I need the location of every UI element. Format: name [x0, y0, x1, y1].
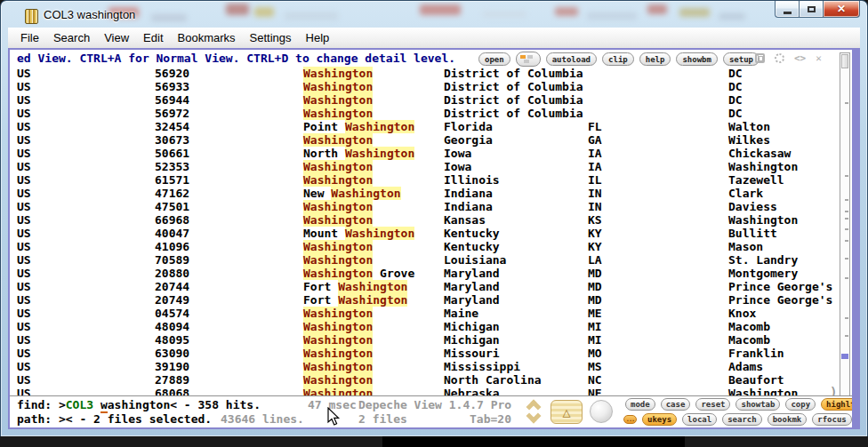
minimize-button[interactable]: [775, 1, 799, 18]
up-down-chevrons-icon[interactable]: [524, 401, 547, 424]
table-row[interactable]: US 48094 Washington Michigan MI Macomb: [10, 320, 838, 333]
open-button[interactable]: open: [478, 52, 510, 66]
search-button[interactable]: search: [722, 413, 762, 426]
bookmk-button[interactable]: bookmk: [768, 413, 808, 426]
table-row[interactable]: US 41096 Washington Kentucky KY Mason: [10, 240, 838, 253]
find-cursor-char: w: [100, 398, 108, 413]
menu-edit[interactable]: Edit: [136, 31, 170, 44]
table-row[interactable]: US 70589 Washington Louisiana LA St. Lan…: [10, 253, 838, 267]
menu-search[interactable]: Search: [46, 31, 97, 44]
help-button[interactable]: help: [639, 52, 671, 66]
copy-button[interactable]: copy: [785, 398, 816, 411]
cell-country: US: [17, 320, 31, 333]
table-row[interactable]: US 39190 Washington Mississippi MS Adams: [10, 360, 838, 373]
cell-zip: 48094: [155, 320, 189, 333]
maximize-button[interactable]: [799, 1, 824, 18]
table-row[interactable]: US 61571 Washington Illinois IL Tazewell: [10, 173, 838, 187]
search-hit-highlight: Washington: [303, 160, 373, 173]
cell-county: Walton: [728, 120, 770, 133]
scrollbar-hit-tick: [845, 102, 848, 104]
table-row[interactable]: US 56933 Washington District of Columbia…: [10, 80, 838, 93]
showtab-button[interactable]: showtab: [735, 398, 780, 411]
ukeys-button[interactable]: ukeys: [642, 413, 677, 426]
local-button[interactable]: local: [682, 413, 717, 426]
cell-zip: 47501: [155, 200, 189, 213]
table-row[interactable]: US 47501 Washington Indiana IN Daviess: [10, 200, 838, 213]
mode-button[interactable]: mode: [625, 398, 655, 411]
table-row[interactable]: US 66968 Washington Kansas KS Washington: [10, 213, 838, 227]
reset-button[interactable]: reset: [695, 398, 730, 411]
cell-city: Mount Washington: [303, 227, 414, 240]
maximize-icon: [808, 6, 816, 12]
table-row[interactable]: US 50661 North Washington Iowa IA Chicka…: [10, 147, 838, 160]
cell-state-abbr: MD: [588, 267, 602, 280]
table-row[interactable]: US 56972 Washington District of Columbia…: [10, 107, 838, 120]
cell-state-abbr: KY: [588, 227, 602, 240]
speech-bubble-icon[interactable]: ...: [623, 415, 637, 424]
table-row[interactable]: US 30673 Washington Georgia GA Wilkes: [10, 133, 838, 147]
cell-country: US: [17, 373, 31, 387]
cell-city: Fort Washington: [303, 280, 407, 293]
close-button[interactable]: ✕: [824, 1, 860, 18]
table-row[interactable]: US 52353 Washington Iowa IA Washington: [10, 160, 838, 173]
cell-state: Louisiana: [444, 253, 506, 267]
case-button[interactable]: case: [661, 398, 691, 411]
table-row[interactable]: US 47162 New Washington Indiana IN Clark: [10, 187, 838, 200]
rfocus-button[interactable]: rfocus: [812, 413, 852, 426]
table-row[interactable]: US 40047 Mount Washington Kentucky KY Bu…: [10, 227, 838, 240]
find-term-col3: COL3: [66, 398, 93, 411]
cell-state-abbr: IL: [588, 173, 602, 187]
cell-city: Washington: [303, 200, 373, 213]
table-row[interactable]: US 56944 Washington District of Columbia…: [10, 93, 838, 107]
autoload-button[interactable]: autoload: [546, 52, 597, 66]
cell-state-abbr: IA: [588, 160, 602, 173]
frame-icon[interactable]: [755, 53, 765, 63]
cell-county: Prince George's: [728, 280, 832, 293]
table-row[interactable]: US 32454 Point Washington Florida FL Wal…: [10, 120, 838, 133]
setup-button[interactable]: setup: [723, 52, 760, 66]
cell-county: Montgomery: [728, 267, 798, 280]
vertical-scrollbar[interactable]: [840, 52, 850, 398]
sphere-button[interactable]: [590, 400, 613, 423]
showbm-button[interactable]: showbm: [676, 52, 718, 66]
scrollbar-hit-tick: [845, 199, 848, 201]
status-buttons-row2: ... ukeyslocalsearchbookmkrfocus: [623, 413, 852, 426]
cell-county: Washington: [728, 160, 798, 173]
cell-state-abbr: MD: [588, 280, 602, 293]
menu-view[interactable]: View: [97, 31, 136, 44]
code-brackets-icon[interactable]: <>: [794, 52, 806, 64]
highlt-button[interactable]: highlt: [821, 398, 860, 411]
scrollbar-thumb[interactable]: [841, 54, 848, 68]
menu-file[interactable]: File: [13, 31, 46, 44]
search-hit-highlight: Washington: [303, 320, 373, 333]
reload-dotted-icon[interactable]: [775, 53, 784, 63]
table-row[interactable]: US 63090 Washington Missouri MO Franklin: [10, 347, 838, 360]
table-row[interactable]: US 20744 Fort Washington Maryland MD Pri…: [10, 280, 838, 293]
cell-zip: 04574: [155, 307, 189, 320]
menu-settings[interactable]: Settings: [243, 31, 299, 44]
table-row[interactable]: US 20749 Fort Washington Maryland MD Pri…: [10, 293, 838, 307]
cell-city: Washington: [303, 80, 373, 93]
title-bar[interactable]: COL3 washington: [2, 2, 866, 28]
data-rows: US 56920 Washington District of Columbia…: [10, 67, 838, 400]
dismiss-icon[interactable]: ✕: [816, 52, 822, 64]
pyramid-button[interactable]: △: [551, 400, 583, 424]
table-row[interactable]: US 48095 Washington Michigan MI Macomb: [10, 333, 838, 347]
table-row[interactable]: US 56920 Washington District of Columbia…: [10, 67, 838, 80]
cell-city: Washington: [303, 333, 373, 347]
cell-county: Beaufort: [728, 373, 784, 387]
menu-help[interactable]: Help: [299, 31, 337, 44]
menu-bookmarks[interactable]: Bookmarks: [171, 31, 243, 44]
table-row[interactable]: US 27889 Washington North Carolina NC Be…: [10, 373, 838, 387]
cell-country: US: [17, 160, 31, 173]
table-row[interactable]: US 04574 Washington Maine ME Knox: [10, 307, 838, 320]
search-hit-highlight: Washington: [303, 80, 373, 93]
cell-city: New Washington: [303, 187, 401, 200]
cell-state: Iowa: [444, 147, 471, 160]
cell-state: North Carolina: [444, 373, 542, 387]
clip-button[interactable]: clip: [602, 52, 634, 66]
recent-files-icon[interactable]: [516, 52, 541, 67]
cell-city: Washington: [303, 160, 373, 173]
table-row[interactable]: US 20880 Washington Grove Maryland MD Mo…: [10, 267, 838, 280]
close-icon: ✕: [837, 3, 846, 15]
